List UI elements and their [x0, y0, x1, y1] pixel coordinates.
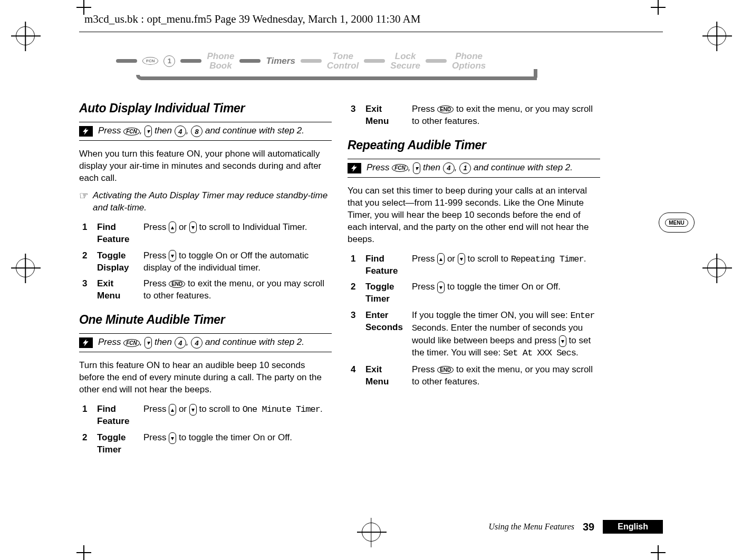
nav-connector-icon [116, 59, 137, 63]
up-arrow-key-icon: ▴ [437, 253, 445, 265]
step-number: 1 [79, 219, 94, 248]
step-text: to scroll to [465, 254, 511, 264]
sc-text: then [420, 162, 443, 172]
step-row: 2 Toggle Timer Press ▾ to toggle the tim… [348, 279, 600, 307]
footer-language-badge: English [603, 520, 663, 534]
step-body: Press ▴ or ▾ to scroll to Repeating Time… [409, 251, 600, 279]
down-arrow-key-icon: ▾ [559, 335, 566, 347]
end-key-icon: END [437, 105, 454, 113]
step-text: Press [143, 432, 169, 442]
steps-one-minute-cont: 3 Exit Menu Press END to exit the menu, … [348, 101, 600, 130]
page-footer: Using the Menu Features 39 English [488, 520, 663, 534]
step-label: Find Feature [362, 251, 409, 279]
lightning-icon [79, 126, 93, 137]
up-arrow-key-icon: ▴ [169, 404, 176, 416]
nav-connector-icon [301, 59, 322, 63]
step-text: Press [143, 222, 169, 232]
sc-text: , [140, 125, 144, 136]
heading-repeating: Repeating Audible Timer [348, 138, 600, 152]
step-number: 3 [348, 101, 362, 130]
crop-mark-top-right [651, 0, 666, 15]
steps-one-minute: 1 Find Feature Press ▴ or ▾ to scroll to… [79, 401, 332, 458]
down-arrow-key-icon: ▾ [189, 221, 197, 233]
key-8-icon: 8 [191, 125, 203, 137]
registration-mark-icon [707, 26, 726, 45]
menu-label: MENU [665, 219, 688, 227]
note-auto-display: ☞ Activating the Auto Display Timer may … [79, 190, 332, 214]
step-label: Exit Menu [362, 101, 409, 130]
lcd-text: Repeating Timer [511, 254, 584, 264]
nav-underline-icon [136, 75, 537, 80]
sc-text: Press [98, 337, 123, 347]
step-row: 4 Exit Menu Press END to exit the menu, … [348, 362, 600, 390]
lightning-icon [348, 163, 361, 173]
step-row: 3 Enter Seconds If you toggle the timer … [348, 307, 600, 362]
nav-connector-icon [426, 59, 447, 63]
step-body: Press ▾ to toggle the timer On or Off. [140, 430, 332, 458]
nav-connector-icon [239, 59, 261, 63]
end-key-icon: END [169, 280, 185, 288]
step-body: Press ▴ or ▾ to scroll to Individual Tim… [140, 219, 332, 248]
step-text: . [320, 404, 323, 414]
step-label: Exit Menu [94, 276, 140, 304]
footer-page-number: 39 [583, 521, 594, 533]
fcn-key-icon: FCN [123, 339, 140, 347]
menu-nav-strip: FCN 1 Phone Book Timers Tone Control Loc… [116, 52, 570, 84]
lcd-text: One Minute Timer [243, 404, 320, 414]
step-text: Press [412, 104, 437, 114]
shortcut-text: Press FCN, ▾ then 4, 8 and continue with… [98, 125, 304, 137]
step-text: Press [143, 404, 169, 414]
step-row: 3 Exit Menu Press END to exit the menu, … [348, 101, 600, 130]
steps-repeating: 1 Find Feature Press ▴ or ▾ to scroll to… [348, 251, 600, 390]
fcn-key-icon: FCN [392, 164, 408, 172]
down-arrow-key-icon: ▾ [144, 337, 152, 349]
down-arrow-key-icon: ▾ [169, 432, 176, 444]
crop-mark-bottom-right [651, 545, 666, 560]
step-label: Toggle Timer [94, 430, 140, 458]
one-key-icon: 1 [163, 55, 175, 67]
step-number: 1 [79, 401, 94, 430]
down-arrow-key-icon: ▾ [144, 125, 152, 137]
nav-connector-icon [364, 59, 385, 63]
registration-mark-icon [707, 258, 726, 277]
step-number: 4 [348, 362, 362, 390]
shortcut-text: Press FCN, ▾ then 4, 1 and continue with… [367, 162, 573, 174]
sc-text: Press [98, 125, 123, 136]
sc-text: then [152, 337, 175, 347]
paragraph-repeating: You can set this timer to beep during yo… [348, 185, 600, 246]
step-text: or [176, 404, 189, 414]
step-row: 1 Find Feature Press ▴ or ▾ to scroll to… [79, 401, 332, 430]
down-arrow-key-icon: ▾ [437, 282, 445, 293]
step-label: Enter Seconds [362, 307, 409, 362]
shortcut-repeating: Press FCN, ▾ then 4, 1 and continue with… [348, 159, 600, 178]
key-4-icon: 4 [443, 162, 455, 174]
up-arrow-key-icon: ▴ [169, 221, 176, 233]
registration-mark-icon [16, 258, 35, 277]
step-body: Press ▴ or ▾ to scroll to One Minute Tim… [140, 401, 332, 430]
step-label: Toggle Display [94, 248, 140, 276]
step-text: to scroll to Individual Timer. [197, 222, 307, 232]
sc-text: then [152, 125, 175, 136]
step-text: or [445, 254, 458, 264]
step-body: Press ▾ to toggle the timer On or Off. [409, 279, 600, 307]
step-body: Press END to exit the menu, or you may s… [409, 362, 600, 390]
step-label: Find Feature [94, 401, 140, 430]
step-text: Press [143, 278, 169, 288]
step-text: If you toggle the timer ON, you will see… [412, 310, 570, 320]
shortcut-text: Press FCN, ▾ then 4, 4 and continue with… [98, 337, 304, 349]
step-label: Find Feature [94, 219, 140, 248]
sc-text: and continue with step 2. [471, 162, 573, 172]
sc-text: , [140, 337, 144, 347]
sc-text: and continue with step 2. [203, 337, 304, 347]
step-row: 1 Find Feature Press ▴ or ▾ to scroll to… [79, 219, 332, 248]
shortcut-auto-display: Press FCN, ▾ then 4, 8 and continue with… [79, 122, 332, 141]
registration-mark-icon [16, 26, 35, 45]
down-arrow-key-icon: ▾ [169, 250, 176, 262]
step-label: Exit Menu [362, 362, 409, 390]
step-row: 3 Exit Menu Press END to exit the menu, … [79, 276, 332, 304]
heading-auto-display: Auto Display Individual Timer [79, 101, 332, 115]
nav-connector-icon [180, 59, 201, 63]
key-4-icon: 4 [175, 337, 186, 349]
lightning-icon [79, 337, 93, 348]
fcn-key-icon: FCN [142, 57, 158, 65]
